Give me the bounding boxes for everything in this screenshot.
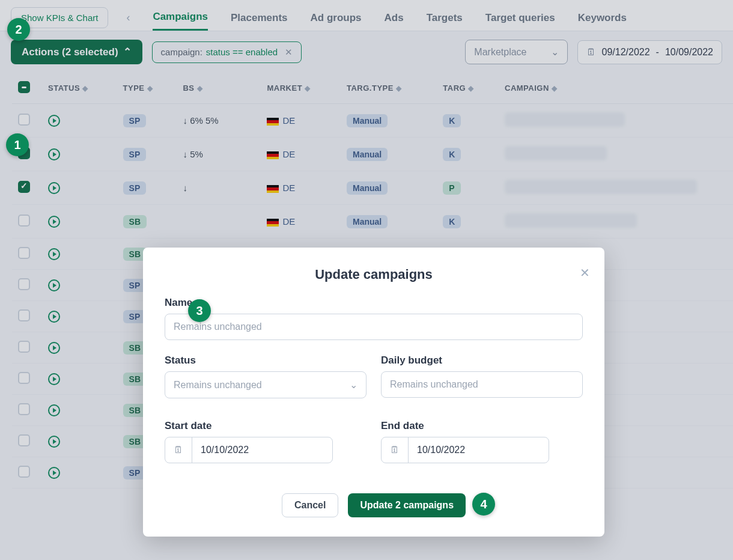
status-label: Status: [165, 355, 366, 367]
name-label: Name: [165, 297, 583, 309]
end-date-label: End date: [381, 420, 583, 432]
annotation-marker-4: 4: [472, 493, 495, 516]
chevron-down-icon: ⌄: [350, 379, 357, 391]
annotation-marker-1: 1: [6, 133, 29, 156]
annotation-marker-3: 3: [188, 299, 211, 322]
name-input[interactable]: [165, 314, 583, 340]
status-select[interactable]: Remains unchanged ⌄: [165, 371, 366, 398]
start-date-label: Start date: [165, 420, 366, 432]
modal-title: Update campaigns: [165, 267, 583, 282]
update-campaigns-button[interactable]: Update 2 campaigns: [348, 493, 466, 517]
status-placeholder: Remains unchanged: [174, 380, 262, 391]
start-date-value: 10/10/2022: [192, 437, 257, 463]
cancel-button[interactable]: Cancel: [282, 493, 338, 517]
calendar-icon: 🗓: [382, 437, 409, 463]
budget-input[interactable]: [381, 371, 583, 398]
annotation-marker-2: 2: [7, 18, 30, 41]
update-campaigns-modal: Update campaigns ✕ Name Status Remains u…: [143, 248, 604, 537]
budget-label: Daily budget: [381, 355, 583, 367]
start-date-input[interactable]: 🗓 10/10/2022: [165, 437, 333, 463]
calendar-icon: 🗓: [165, 437, 192, 463]
close-icon[interactable]: ✕: [580, 266, 590, 280]
end-date-value: 10/10/2022: [409, 437, 473, 463]
end-date-input[interactable]: 🗓 10/10/2022: [381, 437, 549, 463]
